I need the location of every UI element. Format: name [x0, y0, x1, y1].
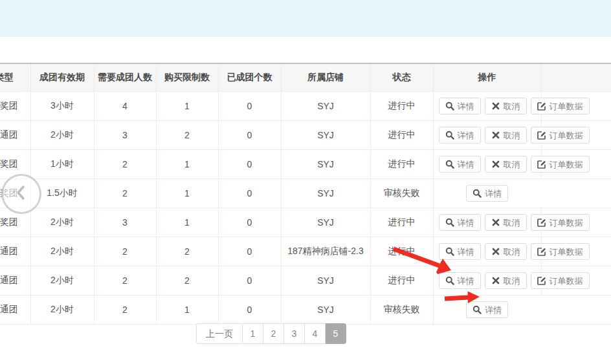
row-5-cancel-button[interactable]: 取消: [485, 214, 527, 231]
cell-status: 进行中: [370, 237, 433, 266]
pagination-page-2[interactable]: 2: [263, 323, 284, 344]
search-icon: [445, 102, 454, 111]
row-3-cancel-button[interactable]: 取消: [485, 156, 527, 173]
row-2-cancel-button[interactable]: 取消: [485, 127, 527, 144]
cell-actions: 详情取消订单数据: [433, 121, 541, 150]
cell-status: 进行中: [370, 92, 433, 121]
cell-limit: 2: [156, 266, 218, 295]
search-icon: [472, 189, 482, 198]
groupbuy-table-wrap: 类型成团有效期需要成团人数购买限制数已成团个数所属店铺状态操作 抽奖团3小时41…: [0, 63, 611, 325]
table-row: 抽奖团1.5小时210SYJ审核失败详情: [0, 179, 611, 208]
cell-required: 2: [94, 179, 156, 208]
cell-duration: 2小时: [30, 121, 94, 150]
action-button-label: 详情: [458, 131, 474, 140]
cell-shop: SYJ: [281, 121, 370, 150]
cell-shop: SYJ: [281, 92, 370, 121]
row-8-detail-button[interactable]: 详情: [466, 301, 508, 318]
action-button-label: 详情: [485, 306, 502, 314]
action-button-label: 订单数据: [550, 277, 583, 285]
col-header-duration: 成团有效期: [30, 63, 94, 92]
top-banner-band: [0, 0, 611, 37]
col-header-status: 状态: [370, 63, 433, 92]
edit-icon: [537, 131, 546, 140]
x-icon: [491, 276, 500, 285]
col-header-extra: [541, 63, 611, 92]
edit-icon: [537, 218, 546, 227]
row-3-detail-button[interactable]: 详情: [439, 156, 481, 173]
pagination-page-5[interactable]: 5: [326, 323, 346, 344]
cell-type: 普通团: [0, 121, 30, 150]
action-button-label: 详情: [458, 160, 474, 169]
row-7-orders-button[interactable]: 订单数据: [531, 272, 590, 289]
cell-duration: 2小时: [30, 266, 94, 295]
row-6-detail-button[interactable]: 详情: [439, 243, 481, 260]
table-row: 普通团2小时210SYJ审核失败详情: [0, 295, 611, 325]
col-header-shop: 所属店铺: [281, 63, 370, 92]
cell-limit: 1: [156, 150, 218, 179]
chevron-left-icon: [13, 184, 30, 204]
row-1-cancel-button[interactable]: 取消: [485, 98, 527, 114]
row-6-cancel-button[interactable]: 取消: [485, 243, 527, 260]
cell-completed: 0: [218, 92, 281, 121]
search-icon: [445, 218, 454, 227]
action-button-label: 详情: [485, 189, 502, 198]
action-button-label: 详情: [458, 102, 474, 111]
cell-duration: 3小时: [30, 92, 94, 121]
action-button-label: 订单数据: [550, 131, 583, 140]
action-button-label: 订单数据: [550, 102, 583, 111]
cell-required: 3: [94, 208, 156, 237]
cell-actions: 详情取消订单数据: [433, 208, 541, 237]
cell-shop: SYJ: [281, 266, 370, 295]
action-button-label: 取消: [504, 248, 520, 256]
row-3-orders-button[interactable]: 订单数据: [531, 156, 590, 173]
cell-completed: 0: [218, 237, 281, 266]
row-4-detail-button[interactable]: 详情: [466, 185, 508, 202]
cell-actions: 详情取消订单数据: [433, 92, 541, 121]
x-icon: [491, 247, 500, 256]
row-1-orders-button[interactable]: 订单数据: [531, 98, 590, 114]
cell-shop: SYJ: [281, 208, 370, 237]
groupbuy-table: 类型成团有效期需要成团人数购买限制数已成团个数所属店铺状态操作 抽奖团3小时41…: [0, 63, 611, 325]
cell-required: 3: [94, 121, 156, 150]
action-button-label: 取消: [504, 160, 520, 169]
cell-type: 普通团: [0, 295, 30, 325]
row-2-orders-button[interactable]: 订单数据: [531, 127, 590, 144]
cell-status: 审核失败: [370, 179, 433, 208]
pagination-prev-button[interactable]: 上一页: [196, 323, 243, 344]
row-6-orders-button[interactable]: 订单数据: [531, 243, 590, 260]
cell-status: 进行中: [370, 208, 433, 237]
cell-type: 普通团: [0, 266, 30, 295]
row-1-detail-button[interactable]: 详情: [439, 98, 481, 114]
row-2-detail-button[interactable]: 详情: [439, 127, 481, 144]
cell-extra: [541, 179, 611, 208]
cell-type: 抽奖团: [0, 92, 30, 121]
edit-icon: [537, 276, 546, 285]
row-5-orders-button[interactable]: 订单数据: [531, 214, 590, 231]
cell-type: 普通团: [0, 237, 30, 266]
row-5-detail-button[interactable]: 详情: [439, 214, 481, 231]
pagination-page-3[interactable]: 3: [284, 323, 305, 344]
cell-required: 4: [94, 92, 156, 121]
cell-required: 2: [94, 295, 156, 325]
col-header-type: 类型: [0, 63, 30, 92]
cell-duration: 2小时: [30, 295, 94, 325]
table-row: 普通团2小时220SYJ进行中详情取消订单数据: [0, 266, 611, 295]
action-button-label: 取消: [504, 219, 520, 227]
cell-shop: 187精神病店铺-2.3: [281, 237, 370, 266]
row-7-detail-button[interactable]: 详情: [439, 272, 481, 289]
search-icon: [445, 247, 454, 256]
row-7-cancel-button[interactable]: 取消: [485, 272, 527, 289]
action-button-label: 详情: [458, 248, 474, 256]
cell-completed: 0: [218, 150, 281, 179]
cell-duration: 2小时: [30, 237, 94, 266]
pagination-page-4[interactable]: 4: [305, 323, 326, 344]
table-row: 抽奖团1小时210SYJ进行中详情取消订单数据: [0, 150, 611, 179]
action-button-label: 订单数据: [550, 160, 583, 169]
cell-shop: SYJ: [281, 295, 370, 325]
collapse-left-chevron-button[interactable]: [1, 174, 41, 214]
x-icon: [491, 102, 500, 111]
search-icon: [445, 131, 454, 140]
pagination-page-1[interactable]: 1: [243, 323, 263, 344]
x-icon: [491, 160, 500, 169]
cell-limit: 1: [156, 295, 218, 325]
